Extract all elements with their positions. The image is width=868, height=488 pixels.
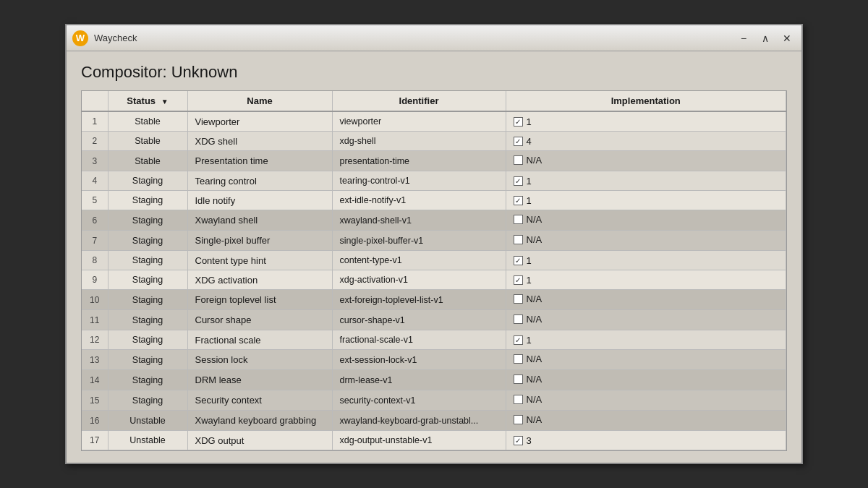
logo-letter: W — [76, 33, 85, 43]
minimize-button[interactable]: − — [735, 30, 752, 47]
table-row: 3StablePresentation timepresentation-tim… — [82, 151, 786, 171]
row-number: 8 — [82, 251, 108, 270]
implementation-value: 1 — [527, 335, 532, 346]
protocol-identifier: cursor-shape-v1 — [332, 310, 506, 330]
table-row: 12StagingFractional scalefractional-scal… — [82, 330, 786, 350]
implementation-checkbox[interactable] — [514, 196, 523, 205]
implementation-checkbox[interactable] — [514, 436, 523, 445]
status-badge: Staging — [108, 210, 187, 231]
col-identifier: Identifier — [332, 91, 506, 111]
implementation-checkbox[interactable] — [514, 176, 523, 186]
row-number: 6 — [82, 210, 108, 231]
status-badge: Staging — [108, 330, 187, 350]
titlebar-left: W Waycheck — [72, 30, 137, 46]
implementation-checkbox[interactable] — [514, 235, 523, 244]
maximize-button[interactable]: ∧ — [757, 30, 774, 47]
implementation-value: N/A — [527, 314, 542, 325]
implementation-value: N/A — [527, 214, 542, 225]
protocol-identifier: xdg-shell — [332, 132, 506, 151]
implementation-value: N/A — [527, 374, 542, 385]
implementation-checkbox[interactable] — [514, 395, 523, 404]
status-badge: Staging — [108, 171, 187, 191]
row-number: 1 — [82, 111, 108, 132]
protocol-name: Session lock — [187, 350, 332, 370]
row-number: 12 — [82, 330, 108, 350]
implementation-checkbox[interactable] — [514, 137, 523, 146]
col-name: Name — [187, 91, 332, 111]
implementation-checkbox[interactable] — [514, 256, 523, 265]
implementation-cell: 1 — [506, 251, 786, 270]
table-row: 5StagingIdle notifyext-idle-notify-v11 — [82, 191, 786, 210]
implementation-cell: 1 — [506, 171, 786, 191]
status-badge: Unstable — [108, 411, 187, 431]
implementation-checkbox[interactable] — [514, 294, 523, 304]
protocol-name: XDG output — [187, 431, 332, 450]
status-badge: Staging — [108, 270, 187, 290]
table-row: 15StagingSecurity contextsecurity-contex… — [82, 390, 786, 411]
protocol-identifier: xwayland-shell-v1 — [332, 210, 506, 231]
implementation-cell: N/A — [506, 370, 786, 390]
implementation-value: N/A — [527, 354, 542, 364]
row-number: 11 — [82, 310, 108, 330]
protocols-table-container: Status ▼ Name Identifier Implementation … — [81, 90, 787, 451]
implementation-checkbox[interactable] — [514, 117, 523, 127]
implementation-value: N/A — [527, 394, 542, 405]
row-number: 2 — [82, 132, 108, 151]
col-implementation: Implementation — [506, 91, 786, 111]
protocol-identifier: ext-session-lock-v1 — [332, 350, 506, 370]
table-row: 7StagingSingle-pixel buffersingle-pixel-… — [82, 231, 786, 251]
status-badge: Staging — [108, 290, 187, 310]
implementation-value: 1 — [527, 255, 532, 266]
status-badge: Staging — [108, 370, 187, 390]
implementation-cell: 4 — [506, 132, 786, 151]
status-badge: Unstable — [108, 431, 187, 450]
implementation-value: 1 — [527, 195, 532, 206]
status-badge: Staging — [108, 390, 187, 411]
close-button[interactable]: ✕ — [778, 30, 796, 47]
scroll-container[interactable]: Status ▼ Name Identifier Implementation … — [82, 91, 786, 450]
row-number: 3 — [82, 151, 108, 171]
implementation-value: 1 — [527, 275, 532, 286]
row-number: 14 — [82, 370, 108, 390]
compositor-title: Compositor: Unknown — [81, 63, 787, 82]
protocol-name: Xwayland shell — [187, 210, 332, 231]
app-logo: W — [72, 30, 88, 46]
protocol-identifier: viewporter — [332, 111, 506, 132]
table-row: 6StagingXwayland shellxwayland-shell-v1N… — [82, 210, 786, 231]
protocol-identifier: ext-idle-notify-v1 — [332, 191, 506, 210]
window-title: Waycheck — [94, 33, 137, 43]
protocol-identifier: fractional-scale-v1 — [332, 330, 506, 350]
implementation-value: 3 — [527, 435, 532, 446]
implementation-checkbox[interactable] — [514, 215, 523, 224]
protocol-identifier: ext-foreign-toplevel-list-v1 — [332, 290, 506, 310]
row-number: 17 — [82, 431, 108, 450]
implementation-checkbox[interactable] — [514, 354, 523, 364]
implementation-checkbox[interactable] — [514, 155, 523, 165]
status-badge: Staging — [108, 191, 187, 210]
implementation-value: N/A — [527, 234, 542, 245]
col-status[interactable]: Status ▼ — [108, 91, 187, 111]
table-row: 2StableXDG shellxdg-shell4 — [82, 132, 786, 151]
implementation-checkbox[interactable] — [514, 314, 523, 324]
implementation-checkbox[interactable] — [514, 374, 523, 384]
table-row: 1StableViewporterviewporter1 — [82, 111, 786, 132]
implementation-value: N/A — [527, 414, 542, 425]
table-row: 8StagingContent type hintcontent-type-v1… — [82, 251, 786, 270]
table-row: 10StagingForeign toplevel listext-foreig… — [82, 290, 786, 310]
status-badge: Staging — [108, 350, 187, 370]
implementation-cell: 1 — [506, 111, 786, 132]
implementation-checkbox[interactable] — [514, 275, 523, 285]
protocol-name: Foreign toplevel list — [187, 290, 332, 310]
implementation-cell: N/A — [506, 310, 786, 330]
protocol-name: Cursor shape — [187, 310, 332, 330]
status-badge: Stable — [108, 111, 187, 132]
protocol-name: XDG activation — [187, 270, 332, 290]
row-number: 16 — [82, 411, 108, 431]
titlebar: W Waycheck − ∧ ✕ — [67, 25, 801, 51]
protocol-identifier: xdg-activation-v1 — [332, 270, 506, 290]
table-row: 11StagingCursor shapecursor-shape-v1N/A — [82, 310, 786, 330]
implementation-checkbox[interactable] — [514, 415, 523, 424]
implementation-checkbox[interactable] — [514, 335, 523, 345]
protocol-name: Single-pixel buffer — [187, 231, 332, 251]
implementation-value: N/A — [527, 155, 542, 166]
